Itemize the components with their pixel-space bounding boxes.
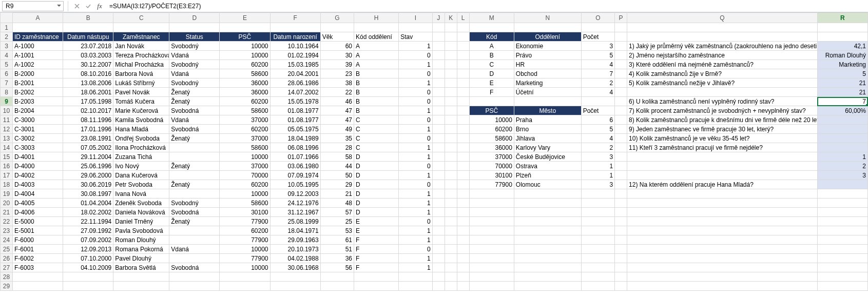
cell-P11[interactable] [615, 115, 627, 125]
cell-N18[interactable]: Olomouc [514, 180, 581, 189]
cell-O10[interactable]: Počet [581, 106, 614, 115]
cell-A14[interactable]: C-3003 [12, 143, 63, 152]
cell-R8[interactable]: 21 [817, 88, 867, 97]
cell-A18[interactable]: D-4003 [12, 180, 63, 189]
cell-C12[interactable]: Hana Mladá [113, 125, 169, 134]
cell-D4[interactable]: Vdaná [169, 51, 220, 60]
col-header-L[interactable]: L [457, 13, 469, 23]
col-header-D[interactable]: D [169, 13, 220, 23]
cell-K6[interactable] [445, 69, 457, 78]
name-box[interactable]: R9 [2, 1, 64, 11]
cell-A6[interactable]: B-2000 [12, 69, 63, 78]
cell-O22[interactable] [581, 217, 614, 226]
cell-K25[interactable] [445, 245, 457, 254]
row-header-3[interactable]: 3 [1, 42, 13, 51]
cell-P4[interactable] [615, 51, 627, 60]
cell-C8[interactable]: Pavel Novák [113, 88, 169, 97]
cell-K13[interactable] [445, 134, 457, 143]
cell-N21[interactable] [514, 208, 581, 217]
cell-F21[interactable]: 31.12.1967 [270, 208, 320, 217]
cell-Q9[interactable]: 6) U kolika zaměstnanců není vyplněný ro… [627, 97, 818, 106]
cell-O9[interactable] [581, 97, 614, 106]
cell-C13[interactable]: Ondřej Svoboda [113, 134, 169, 143]
row-header-17[interactable]: 17 [1, 171, 13, 180]
cell-R28[interactable] [817, 272, 867, 282]
cell-O11[interactable]: 6 [581, 115, 614, 125]
cell-R24[interactable] [817, 235, 867, 245]
cell-F26[interactable]: 04.02.1988 [270, 254, 320, 263]
cell-O7[interactable]: 2 [581, 78, 614, 88]
cell-J1[interactable] [432, 23, 445, 32]
cell-B4[interactable]: 03.03.2003 [63, 51, 113, 60]
cell-F17[interactable]: 07.09.1974 [270, 171, 320, 180]
cell-A1[interactable] [12, 23, 63, 32]
cell-Q27[interactable] [627, 263, 818, 272]
cell-I3[interactable]: 1 [399, 42, 432, 51]
cell-A13[interactable]: C-3002 [12, 134, 63, 143]
cell-G17[interactable]: 50 [320, 171, 354, 180]
cell-B1[interactable] [63, 23, 113, 32]
cell-K22[interactable] [445, 217, 457, 226]
cell-L11[interactable] [457, 115, 469, 125]
row-header-11[interactable]: 11 [1, 115, 13, 125]
cell-I21[interactable]: 1 [399, 208, 432, 217]
cell-D2[interactable]: Status [169, 32, 220, 42]
cell-E27[interactable]: 10000 [220, 263, 270, 272]
cell-O23[interactable] [581, 226, 614, 235]
cell-C25[interactable]: Romana Pokorná [113, 245, 169, 254]
cell-K23[interactable] [445, 226, 457, 235]
cell-G9[interactable]: 46 [320, 97, 354, 106]
cell-E2[interactable]: PSČ [220, 32, 270, 42]
cell-M20[interactable] [469, 199, 514, 208]
cell-M26[interactable] [469, 254, 514, 263]
cell-I29[interactable] [399, 282, 432, 291]
cell-G13[interactable]: 35 [320, 134, 354, 143]
cell-D27[interactable]: Svobodná [169, 263, 220, 272]
cell-M7[interactable]: E [469, 78, 514, 88]
cell-R27[interactable] [817, 263, 867, 272]
cell-M24[interactable] [469, 235, 514, 245]
cell-I23[interactable]: 1 [399, 226, 432, 235]
cell-A4[interactable]: A-1001 [12, 51, 63, 60]
cell-D22[interactable]: Ženatý [169, 217, 220, 226]
cell-R20[interactable] [817, 199, 867, 208]
cell-K16[interactable] [445, 162, 457, 171]
cell-Q16[interactable] [627, 162, 818, 171]
cell-I15[interactable]: 1 [399, 152, 432, 162]
cell-J23[interactable] [432, 226, 445, 235]
cell-L12[interactable] [457, 125, 469, 134]
cell-K12[interactable] [445, 125, 457, 134]
cell-A29[interactable] [12, 282, 63, 291]
cell-Q28[interactable] [627, 272, 818, 282]
cell-A2[interactable]: ID zaměstnance [12, 32, 63, 42]
cell-D1[interactable] [169, 23, 220, 32]
cell-L28[interactable] [457, 272, 469, 282]
cell-G2[interactable]: Věk [320, 32, 354, 42]
cell-H4[interactable]: A [354, 51, 399, 60]
cell-C10[interactable]: Marie Kučerová [113, 106, 169, 115]
cell-R10[interactable]: 60,00% [817, 106, 867, 115]
cell-J6[interactable] [432, 69, 445, 78]
row-header-6[interactable]: 6 [1, 69, 13, 78]
cell-I14[interactable]: 1 [399, 143, 432, 152]
cell-H10[interactable]: B [354, 106, 399, 115]
cell-D26[interactable] [169, 254, 220, 263]
cell-R25[interactable] [817, 245, 867, 254]
col-header-A[interactable]: A [12, 13, 63, 23]
cell-F9[interactable]: 15.05.1978 [270, 97, 320, 106]
cell-I13[interactable]: 0 [399, 134, 432, 143]
cell-B14[interactable]: 07.05.2002 [63, 143, 113, 152]
cell-G15[interactable]: 58 [320, 152, 354, 162]
cell-N3[interactable]: Ekonomie [514, 42, 581, 51]
cell-C27[interactable]: Barbora Světlá [113, 263, 169, 272]
cell-J13[interactable] [432, 134, 445, 143]
cell-H3[interactable]: A [354, 42, 399, 51]
cell-N28[interactable] [514, 272, 581, 282]
cell-B29[interactable] [63, 282, 113, 291]
cell-F25[interactable]: 20.10.1973 [270, 245, 320, 254]
cell-F18[interactable]: 10.05.1995 [270, 180, 320, 189]
cell-M22[interactable] [469, 217, 514, 226]
cell-G24[interactable]: 61 [320, 235, 354, 245]
cell-K15[interactable] [445, 152, 457, 162]
cell-J27[interactable] [432, 263, 445, 272]
